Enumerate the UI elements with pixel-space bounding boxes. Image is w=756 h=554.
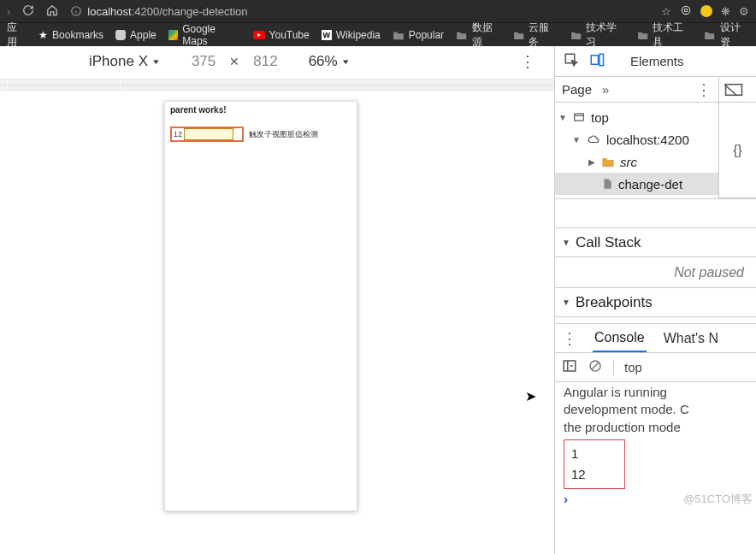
console-line: Angular is running <box>564 384 747 401</box>
tree-node-host[interactable]: ▼localhost:4200 <box>555 128 718 150</box>
bookmarks-bar: 应用 ★Bookmarks Apple Google Maps YouTube … <box>0 22 756 46</box>
devtools-panel: Elements Page » ⋮ ▼top ▼localhost:4200 ▶… <box>554 46 756 554</box>
console-toolbar: top <box>555 353 756 382</box>
info-icon <box>70 5 82 17</box>
drawer-tabs: ⋮ Console What's N <box>555 324 756 353</box>
bookmark-bookmarks[interactable]: ★Bookmarks <box>38 29 103 41</box>
tab-whatsnew[interactable]: What's N <box>662 326 720 351</box>
status-text: Not paused <box>674 265 744 280</box>
extension2-icon[interactable]: ⚙ <box>739 5 749 18</box>
breakpoints-header[interactable]: ▼Breakpoints <box>555 288 756 317</box>
nav-menu-icon[interactable]: ⋮ <box>696 80 712 99</box>
console-context[interactable]: top <box>624 360 642 374</box>
svg-point-3 <box>682 6 689 14</box>
wiki-icon: W <box>322 30 332 40</box>
svg-point-4 <box>684 9 688 12</box>
bookmark-gmaps[interactable]: Google Maps <box>168 23 241 47</box>
drawer-menu-icon[interactable]: ⋮ <box>562 329 577 348</box>
svg-line-24 <box>592 362 599 369</box>
file-tree: ▼top ▼localhost:4200 ▶src change-det <box>555 103 718 198</box>
bookmark-label: 应用 <box>7 21 27 50</box>
bookmark-label: Bookmarks <box>52 29 103 41</box>
cloud-icon <box>586 133 601 145</box>
ruler-horizontal <box>0 79 554 91</box>
chevron-down-icon: ▼ <box>341 58 351 65</box>
tab-elements[interactable]: Elements <box>630 54 684 68</box>
console-value: 12 <box>571 464 617 485</box>
folder-icon <box>570 29 582 41</box>
device-select[interactable]: iPhone X▼ <box>89 53 161 70</box>
console-sidebar-icon[interactable] <box>562 358 577 376</box>
bookmark-wikipedia[interactable]: WWikipedia <box>322 29 381 41</box>
call-stack-header[interactable]: ▼Call Stack <box>555 228 756 257</box>
bookmark-label: 技术学习 <box>586 21 625 50</box>
star-icon[interactable]: ☆ <box>661 5 671 18</box>
device-name-label: iPhone X <box>89 53 148 70</box>
tree-label: src <box>620 155 637 169</box>
reload-icon[interactable] <box>22 4 34 19</box>
bookmark-label: 技术工具 <box>653 21 692 50</box>
braces-icon[interactable]: {} <box>733 143 742 158</box>
tab-console[interactable]: Console <box>593 325 647 352</box>
input-value-preview: 12 <box>172 130 184 138</box>
target-icon[interactable] <box>680 4 692 19</box>
folder-icon <box>637 29 648 41</box>
apple-icon <box>115 30 126 40</box>
device-height[interactable]: 812 <box>253 53 277 70</box>
folder-icon <box>393 29 405 41</box>
device-width[interactable]: 375 <box>192 53 216 70</box>
bookmark-popular[interactable]: Popular <box>393 29 444 41</box>
clear-console-icon[interactable] <box>588 358 603 376</box>
forward-icon[interactable]: › <box>7 5 10 18</box>
folder-icon <box>601 156 615 168</box>
bookmark-design[interactable]: 设计资 <box>704 21 749 50</box>
console-line: development mode. C <box>564 401 747 418</box>
panel-title: Call Stack <box>576 234 641 251</box>
device-toolbar: iPhone X▼ 375 ✕ 812 66%▼ ⋮ <box>0 46 554 77</box>
console-output: Angular is running development mode. C t… <box>555 382 756 514</box>
input-highlight-box: 12 <box>170 127 244 142</box>
extension-icon[interactable]: ❋ <box>721 5 730 18</box>
more-tabs-icon[interactable]: » <box>602 82 609 97</box>
zoom-label: 66% <box>309 53 338 70</box>
text-input[interactable] <box>184 128 233 140</box>
url-host: localhost <box>87 5 131 18</box>
trigger-button[interactable]: 触发子视图脏值检测 <box>249 129 318 140</box>
tree-label: change-det <box>618 177 682 192</box>
bookmark-apps[interactable]: 应用 <box>7 21 27 50</box>
bookmark-techstudy[interactable]: 技术学习 <box>570 21 625 50</box>
console-highlighted-box: 1 12 <box>564 439 625 490</box>
address-bar[interactable]: localhost:4200/change-detection <box>70 5 247 18</box>
bookmark-label: Wikipedia <box>336 29 381 41</box>
tree-node-src[interactable]: ▶src <box>555 150 718 173</box>
tab-page[interactable]: Page <box>562 82 592 97</box>
bookmark-youtube[interactable]: YouTube <box>253 29 310 41</box>
tree-node-file[interactable]: change-det <box>555 173 718 195</box>
home-icon[interactable] <box>46 4 58 19</box>
svg-rect-21 <box>564 361 576 371</box>
chevron-down-icon: ▼ <box>151 58 161 65</box>
circle-yellow-icon[interactable] <box>700 5 712 17</box>
zoom-select[interactable]: 66%▼ <box>309 53 351 70</box>
url-path: :4200/change-detection <box>132 5 248 18</box>
console-value: 1 <box>571 444 617 464</box>
watermark: @51CTO博客 <box>683 492 753 507</box>
svg-rect-8 <box>575 114 584 121</box>
bookmark-apple[interactable]: Apple <box>115 29 157 41</box>
tree-node-top[interactable]: ▼top <box>555 106 718 128</box>
side-panel-icon[interactable] <box>724 82 743 97</box>
tree-label: localhost:4200 <box>606 133 689 147</box>
bookmark-datasource[interactable]: 数据源 <box>456 21 501 50</box>
device-menu-icon[interactable]: ⋮ <box>520 52 535 71</box>
bookmark-techtools[interactable]: 技术工具 <box>637 21 692 50</box>
device-toggle-icon[interactable] <box>589 52 605 71</box>
folder-icon <box>704 29 715 41</box>
bookmark-cloud[interactable]: 云服务 <box>513 21 558 50</box>
inspect-icon[interactable] <box>564 52 579 71</box>
times-icon: ✕ <box>229 55 239 68</box>
bookmark-label: 云服务 <box>529 21 558 50</box>
bookmark-label: 数据源 <box>472 21 501 50</box>
svg-rect-7 <box>599 54 604 66</box>
console-line: the production mode <box>564 419 747 436</box>
browser-toolbar: › localhost:4200/change-detection ☆ ❋ ⚙ <box>0 0 756 22</box>
